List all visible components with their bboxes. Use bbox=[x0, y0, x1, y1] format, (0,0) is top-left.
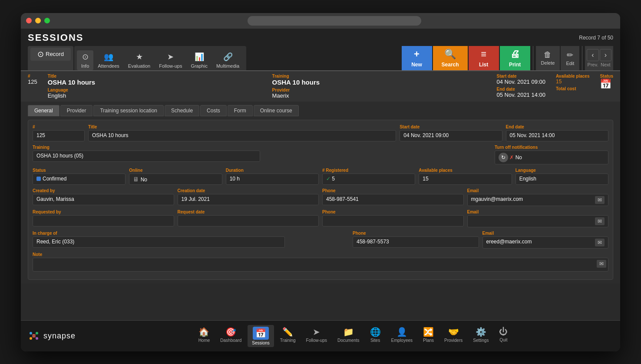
search-button[interactable]: 🔍 Search bbox=[433, 46, 468, 70]
note-email-button[interactable]: ✉ bbox=[597, 260, 606, 268]
record-counter: Record 7 of 50 bbox=[579, 35, 613, 41]
nav-settings[interactable]: ⚙️ Settings bbox=[469, 325, 493, 347]
record-status-group: Status 📅 bbox=[600, 74, 613, 90]
nav-providers[interactable]: 🤝 Providers bbox=[440, 325, 467, 347]
nav-employees[interactable]: 👤 Employees bbox=[387, 325, 417, 347]
phone1-value: 458-987-5541 bbox=[322, 194, 464, 205]
documents-icon: 📁 bbox=[343, 327, 354, 337]
form-row-6: In charge of Reed, Eric (033) Phone 458-… bbox=[33, 231, 608, 249]
sub-tab-provider[interactable]: Provider bbox=[60, 105, 93, 116]
field-number: # 125 bbox=[33, 125, 85, 141]
minimize-btn[interactable] bbox=[35, 18, 41, 23]
tab-graphic[interactable]: 📊 Graphic bbox=[186, 50, 212, 70]
field-note: Note ✉ bbox=[33, 252, 608, 272]
tab-multimedia[interactable]: 🔗 Multimedia bbox=[212, 50, 244, 70]
address-bar bbox=[248, 16, 421, 26]
form-row-7: Note ✉ bbox=[33, 252, 608, 272]
delete-button[interactable]: 🗑 Delete bbox=[536, 46, 560, 70]
duration-value: 10 h bbox=[226, 174, 319, 185]
close-btn[interactable] bbox=[26, 18, 32, 23]
nav-sites[interactable]: 🌐 Sites bbox=[366, 325, 385, 347]
field-status: Status Confirmed bbox=[33, 168, 126, 185]
email1-value: mgauvin@maerix.com ✉ bbox=[467, 194, 609, 206]
record-title-group: Title OSHA 10 hours Language English bbox=[48, 74, 262, 99]
nav-dashboard[interactable]: 🎯 Dashboard bbox=[216, 325, 246, 347]
status-badge: Confirmed bbox=[36, 176, 66, 182]
nav-home[interactable]: 🏠 Home bbox=[194, 325, 215, 347]
main-content: General Provider Training session locati… bbox=[21, 102, 620, 283]
sub-tab-form[interactable]: Form bbox=[228, 105, 253, 116]
field-training: Training OSHA 10 hours (05) bbox=[33, 145, 260, 164]
email2-send-button[interactable]: ✉ bbox=[595, 217, 605, 225]
form-row-4: Created by Gauvin, Marissa Creation date… bbox=[33, 188, 608, 206]
new-button[interactable]: + New bbox=[402, 46, 432, 70]
providers-icon: 🤝 bbox=[448, 327, 459, 337]
sub-tab-schedule[interactable]: Schedule bbox=[165, 105, 199, 116]
bottom-nav: synapse 🏠 Home 🎯 Dashboard 📅 Sessions ✏️ bbox=[21, 320, 620, 351]
training-value: OSHA 10 hours (05) bbox=[33, 151, 260, 162]
form-row-3: Status Confirmed Online 🖥 No bbox=[33, 168, 608, 185]
language-value: English bbox=[515, 174, 608, 185]
training-icon: ✏️ bbox=[282, 327, 293, 337]
request-date-value bbox=[178, 215, 319, 226]
form-row-2: Training OSHA 10 hours (05) Turn off not… bbox=[33, 145, 608, 164]
sub-tab-online[interactable]: Online course bbox=[254, 105, 299, 116]
nav-training[interactable]: ✏️ Training bbox=[276, 325, 300, 347]
monitor-icon: 🖥 bbox=[133, 176, 139, 183]
brand-name: synapse bbox=[43, 331, 76, 341]
brand-logo bbox=[28, 330, 40, 342]
prev-button[interactable]: ‹ bbox=[587, 49, 598, 61]
created-value: Gauvin, Marissa bbox=[33, 194, 174, 205]
follow-ups-icon: ➤ bbox=[313, 327, 320, 337]
record-info-bar: # 125 Title OSHA 10 hours Language Engli… bbox=[21, 70, 620, 102]
email3-send-button[interactable]: ✉ bbox=[595, 239, 605, 246]
nav-documents[interactable]: 📁 Documents bbox=[333, 325, 364, 347]
home-icon: 🏠 bbox=[198, 327, 209, 337]
tab-attendees[interactable]: 👥 Attendees bbox=[93, 50, 124, 70]
svg-line-7 bbox=[32, 334, 33, 335]
sub-tab-location[interactable]: Training session location bbox=[93, 105, 164, 116]
field-request-date: Request date bbox=[178, 210, 319, 227]
edit-button[interactable]: ✏ Edit bbox=[561, 46, 579, 70]
nav-follow-ups[interactable]: ➤ Follow-ups bbox=[302, 325, 331, 347]
brand: synapse bbox=[28, 330, 76, 342]
record-tab[interactable]: ⊙ Record bbox=[30, 48, 71, 61]
nav-sessions[interactable]: 📅 Sessions bbox=[248, 325, 274, 347]
field-title: Title OSHA 10 hours bbox=[88, 125, 396, 141]
record-dates-group: Start date 04 Nov. 2021 09:00 End date 0… bbox=[496, 74, 545, 98]
tab-evaluation[interactable]: ★ Evaluation bbox=[124, 50, 155, 70]
nav-quit[interactable]: ⏻ Quit bbox=[495, 325, 512, 347]
field-email2: Email ✉ bbox=[467, 210, 609, 227]
field-available: Available places 15 bbox=[419, 168, 512, 185]
nav-plans[interactable]: 🔀 Plans bbox=[419, 325, 438, 347]
tab-info[interactable]: ⊙ Info bbox=[77, 50, 93, 70]
form-row-1: # 125 Title OSHA 10 hours Start date 04 … bbox=[33, 125, 608, 141]
number-value: 125 bbox=[33, 130, 85, 141]
print-button[interactable]: 🖨 Print bbox=[500, 46, 530, 70]
plans-icon: 🔀 bbox=[423, 327, 434, 337]
action-buttons: + New 🔍 Search ≡ List 🖨 Print bbox=[402, 46, 613, 70]
email1-send-button[interactable]: ✉ bbox=[595, 196, 605, 204]
settings-icon: ⚙️ bbox=[476, 327, 486, 337]
phone2-value bbox=[322, 215, 464, 226]
field-phone3: Phone 458-987-5573 bbox=[353, 231, 479, 249]
registered-value: ✓ 5 bbox=[322, 174, 415, 185]
refresh-button[interactable]: ↻ bbox=[499, 153, 508, 162]
field-spacer bbox=[264, 145, 491, 164]
online-value: 🖥 No bbox=[129, 174, 222, 185]
window-frame: SESSIONS Record 7 of 50 ⊙ Record ⊙ Info bbox=[21, 13, 620, 351]
available-value: 15 bbox=[419, 174, 512, 185]
field-registered: # Registered ✓ 5 bbox=[322, 168, 415, 185]
maximize-btn[interactable] bbox=[44, 18, 50, 23]
next-button[interactable]: › bbox=[600, 49, 611, 61]
title-value: OSHA 10 hours bbox=[88, 130, 396, 141]
sub-tab-general[interactable]: General bbox=[28, 105, 59, 116]
field-turn-off: Turn off notifications ↻ ✗ No bbox=[495, 145, 608, 164]
start-date-value: 04 Nov. 2021 09:00 bbox=[400, 130, 502, 141]
title-bar bbox=[21, 13, 620, 29]
sub-tab-costs[interactable]: Costs bbox=[200, 105, 227, 116]
tab-follow-ups[interactable]: ➤ Follow-ups bbox=[155, 50, 186, 70]
svg-line-8 bbox=[35, 334, 36, 335]
list-button[interactable]: ≡ List bbox=[469, 46, 499, 70]
email3-value: ereed@maerix.com ✉ bbox=[482, 236, 609, 249]
